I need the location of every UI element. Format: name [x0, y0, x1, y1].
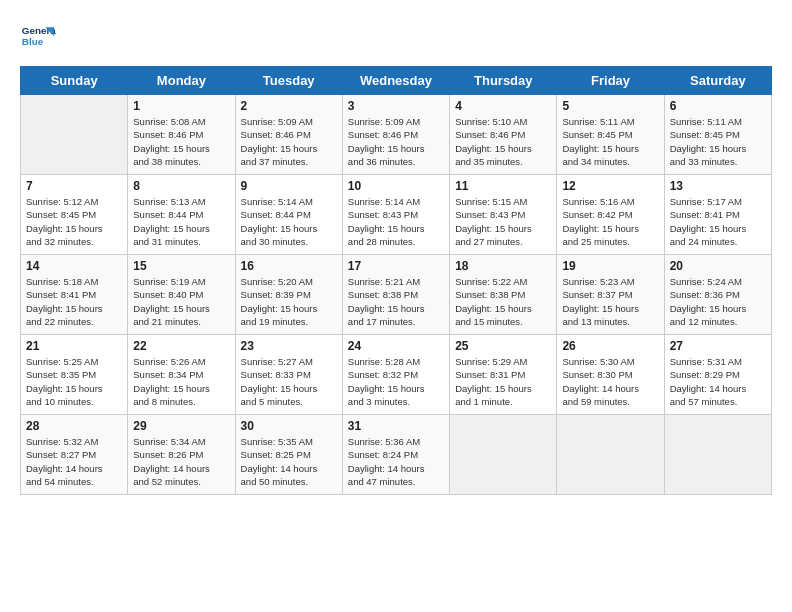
day-detail: Sunrise: 5:14 AM Sunset: 8:44 PM Dayligh…	[241, 195, 337, 248]
day-detail: Sunrise: 5:29 AM Sunset: 8:31 PM Dayligh…	[455, 355, 551, 408]
calendar-cell: 31Sunrise: 5:36 AM Sunset: 8:24 PM Dayli…	[342, 415, 449, 495]
day-detail: Sunrise: 5:11 AM Sunset: 8:45 PM Dayligh…	[670, 115, 766, 168]
day-detail: Sunrise: 5:35 AM Sunset: 8:25 PM Dayligh…	[241, 435, 337, 488]
calendar-cell: 24Sunrise: 5:28 AM Sunset: 8:32 PM Dayli…	[342, 335, 449, 415]
day-number: 23	[241, 339, 337, 353]
day-number: 6	[670, 99, 766, 113]
calendar-week-row: 14Sunrise: 5:18 AM Sunset: 8:41 PM Dayli…	[21, 255, 772, 335]
day-detail: Sunrise: 5:15 AM Sunset: 8:43 PM Dayligh…	[455, 195, 551, 248]
day-detail: Sunrise: 5:31 AM Sunset: 8:29 PM Dayligh…	[670, 355, 766, 408]
day-number: 5	[562, 99, 658, 113]
day-detail: Sunrise: 5:11 AM Sunset: 8:45 PM Dayligh…	[562, 115, 658, 168]
calendar-cell: 2Sunrise: 5:09 AM Sunset: 8:46 PM Daylig…	[235, 95, 342, 175]
day-detail: Sunrise: 5:16 AM Sunset: 8:42 PM Dayligh…	[562, 195, 658, 248]
day-number: 8	[133, 179, 229, 193]
day-number: 28	[26, 419, 122, 433]
calendar-table: SundayMondayTuesdayWednesdayThursdayFrid…	[20, 66, 772, 495]
day-number: 11	[455, 179, 551, 193]
day-detail: Sunrise: 5:12 AM Sunset: 8:45 PM Dayligh…	[26, 195, 122, 248]
logo-icon: General Blue	[20, 20, 56, 56]
calendar-cell: 21Sunrise: 5:25 AM Sunset: 8:35 PM Dayli…	[21, 335, 128, 415]
calendar-cell: 14Sunrise: 5:18 AM Sunset: 8:41 PM Dayli…	[21, 255, 128, 335]
calendar-cell: 6Sunrise: 5:11 AM Sunset: 8:45 PM Daylig…	[664, 95, 771, 175]
calendar-cell: 19Sunrise: 5:23 AM Sunset: 8:37 PM Dayli…	[557, 255, 664, 335]
calendar-cell: 26Sunrise: 5:30 AM Sunset: 8:30 PM Dayli…	[557, 335, 664, 415]
day-detail: Sunrise: 5:21 AM Sunset: 8:38 PM Dayligh…	[348, 275, 444, 328]
day-detail: Sunrise: 5:36 AM Sunset: 8:24 PM Dayligh…	[348, 435, 444, 488]
day-number: 30	[241, 419, 337, 433]
calendar-cell: 30Sunrise: 5:35 AM Sunset: 8:25 PM Dayli…	[235, 415, 342, 495]
calendar-cell: 28Sunrise: 5:32 AM Sunset: 8:27 PM Dayli…	[21, 415, 128, 495]
calendar-cell: 29Sunrise: 5:34 AM Sunset: 8:26 PM Dayli…	[128, 415, 235, 495]
day-detail: Sunrise: 5:25 AM Sunset: 8:35 PM Dayligh…	[26, 355, 122, 408]
day-number: 15	[133, 259, 229, 273]
calendar-cell: 8Sunrise: 5:13 AM Sunset: 8:44 PM Daylig…	[128, 175, 235, 255]
calendar-cell: 20Sunrise: 5:24 AM Sunset: 8:36 PM Dayli…	[664, 255, 771, 335]
day-number: 24	[348, 339, 444, 353]
day-detail: Sunrise: 5:13 AM Sunset: 8:44 PM Dayligh…	[133, 195, 229, 248]
calendar-cell: 17Sunrise: 5:21 AM Sunset: 8:38 PM Dayli…	[342, 255, 449, 335]
calendar-cell: 13Sunrise: 5:17 AM Sunset: 8:41 PM Dayli…	[664, 175, 771, 255]
day-number: 21	[26, 339, 122, 353]
calendar-cell	[664, 415, 771, 495]
day-number: 4	[455, 99, 551, 113]
calendar-cell: 4Sunrise: 5:10 AM Sunset: 8:46 PM Daylig…	[450, 95, 557, 175]
header-row: SundayMondayTuesdayWednesdayThursdayFrid…	[21, 67, 772, 95]
day-detail: Sunrise: 5:14 AM Sunset: 8:43 PM Dayligh…	[348, 195, 444, 248]
day-detail: Sunrise: 5:19 AM Sunset: 8:40 PM Dayligh…	[133, 275, 229, 328]
calendar-cell: 22Sunrise: 5:26 AM Sunset: 8:34 PM Dayli…	[128, 335, 235, 415]
calendar-week-row: 21Sunrise: 5:25 AM Sunset: 8:35 PM Dayli…	[21, 335, 772, 415]
day-detail: Sunrise: 5:27 AM Sunset: 8:33 PM Dayligh…	[241, 355, 337, 408]
day-number: 10	[348, 179, 444, 193]
calendar-cell: 27Sunrise: 5:31 AM Sunset: 8:29 PM Dayli…	[664, 335, 771, 415]
day-detail: Sunrise: 5:34 AM Sunset: 8:26 PM Dayligh…	[133, 435, 229, 488]
day-header: Wednesday	[342, 67, 449, 95]
day-number: 27	[670, 339, 766, 353]
day-number: 16	[241, 259, 337, 273]
header: General Blue	[20, 20, 772, 56]
calendar-cell: 3Sunrise: 5:09 AM Sunset: 8:46 PM Daylig…	[342, 95, 449, 175]
day-detail: Sunrise: 5:23 AM Sunset: 8:37 PM Dayligh…	[562, 275, 658, 328]
day-header: Thursday	[450, 67, 557, 95]
day-header: Saturday	[664, 67, 771, 95]
calendar-cell: 1Sunrise: 5:08 AM Sunset: 8:46 PM Daylig…	[128, 95, 235, 175]
day-detail: Sunrise: 5:22 AM Sunset: 8:38 PM Dayligh…	[455, 275, 551, 328]
day-header: Tuesday	[235, 67, 342, 95]
svg-text:Blue: Blue	[22, 36, 44, 47]
day-number: 9	[241, 179, 337, 193]
calendar-cell: 5Sunrise: 5:11 AM Sunset: 8:45 PM Daylig…	[557, 95, 664, 175]
calendar-week-row: 1Sunrise: 5:08 AM Sunset: 8:46 PM Daylig…	[21, 95, 772, 175]
day-number: 20	[670, 259, 766, 273]
day-number: 31	[348, 419, 444, 433]
day-number: 29	[133, 419, 229, 433]
day-detail: Sunrise: 5:20 AM Sunset: 8:39 PM Dayligh…	[241, 275, 337, 328]
calendar-cell: 10Sunrise: 5:14 AM Sunset: 8:43 PM Dayli…	[342, 175, 449, 255]
day-number: 7	[26, 179, 122, 193]
calendar-cell: 7Sunrise: 5:12 AM Sunset: 8:45 PM Daylig…	[21, 175, 128, 255]
day-detail: Sunrise: 5:26 AM Sunset: 8:34 PM Dayligh…	[133, 355, 229, 408]
calendar-cell: 25Sunrise: 5:29 AM Sunset: 8:31 PM Dayli…	[450, 335, 557, 415]
calendar-cell: 11Sunrise: 5:15 AM Sunset: 8:43 PM Dayli…	[450, 175, 557, 255]
day-detail: Sunrise: 5:30 AM Sunset: 8:30 PM Dayligh…	[562, 355, 658, 408]
day-detail: Sunrise: 5:17 AM Sunset: 8:41 PM Dayligh…	[670, 195, 766, 248]
day-detail: Sunrise: 5:18 AM Sunset: 8:41 PM Dayligh…	[26, 275, 122, 328]
calendar-week-row: 28Sunrise: 5:32 AM Sunset: 8:27 PM Dayli…	[21, 415, 772, 495]
day-number: 12	[562, 179, 658, 193]
day-header: Sunday	[21, 67, 128, 95]
day-header: Monday	[128, 67, 235, 95]
day-detail: Sunrise: 5:08 AM Sunset: 8:46 PM Dayligh…	[133, 115, 229, 168]
calendar-cell	[557, 415, 664, 495]
calendar-cell	[450, 415, 557, 495]
day-detail: Sunrise: 5:09 AM Sunset: 8:46 PM Dayligh…	[348, 115, 444, 168]
calendar-cell: 9Sunrise: 5:14 AM Sunset: 8:44 PM Daylig…	[235, 175, 342, 255]
calendar-week-row: 7Sunrise: 5:12 AM Sunset: 8:45 PM Daylig…	[21, 175, 772, 255]
day-number: 17	[348, 259, 444, 273]
day-number: 18	[455, 259, 551, 273]
calendar-cell: 15Sunrise: 5:19 AM Sunset: 8:40 PM Dayli…	[128, 255, 235, 335]
day-number: 22	[133, 339, 229, 353]
calendar-cell: 23Sunrise: 5:27 AM Sunset: 8:33 PM Dayli…	[235, 335, 342, 415]
day-number: 26	[562, 339, 658, 353]
day-number: 1	[133, 99, 229, 113]
day-detail: Sunrise: 5:24 AM Sunset: 8:36 PM Dayligh…	[670, 275, 766, 328]
day-detail: Sunrise: 5:10 AM Sunset: 8:46 PM Dayligh…	[455, 115, 551, 168]
